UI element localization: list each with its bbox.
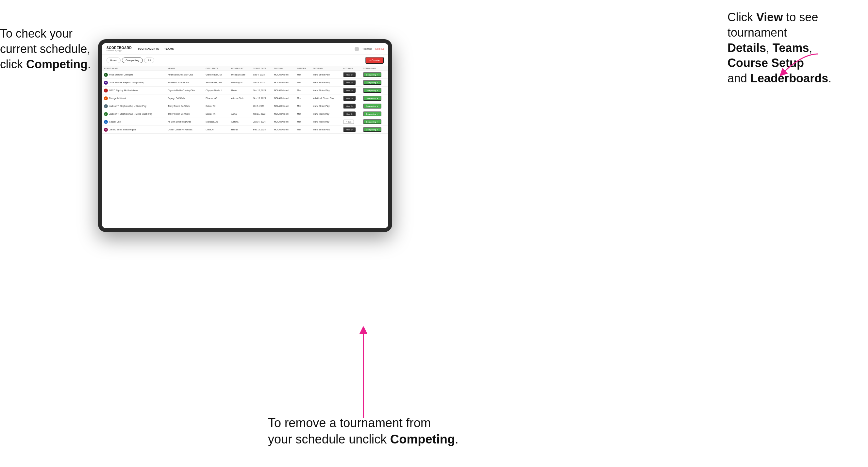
edit-button[interactable]: ✏ Edit	[343, 120, 354, 124]
city-cell: Phoenix, AZ	[204, 94, 229, 102]
date-cell: Sep 15, 2023	[251, 87, 272, 94]
date-cell: Sep 9, 2023	[251, 79, 272, 87]
team-logo: I	[104, 89, 108, 92]
competing-button[interactable]: Competing ✓	[363, 72, 381, 77]
division-cell: NCAA Division I	[272, 102, 295, 110]
event-name-cell: J Jackson T. Stephens Cup – Stroke Play	[102, 102, 166, 110]
table-row: S Folds of Honor Collegiate American Dun…	[102, 71, 388, 79]
competing-cell: Competing ✓	[361, 79, 388, 87]
view-button[interactable]: View ⊙	[343, 96, 355, 101]
col-actions: ACTIONS	[341, 66, 361, 71]
event-name-cell: A Copper Cup	[102, 118, 166, 126]
left-bold: Competing	[26, 58, 88, 71]
table-row: H John A. Burns Intercollegiate Ocean Co…	[102, 126, 388, 134]
col-division: DIVISION	[272, 66, 295, 71]
event-name-text: Jackson T. Stephens Cup – Men's Match Pl…	[109, 113, 152, 115]
table-row: W 2023 Sahalee Players Championship Saha…	[102, 79, 388, 87]
signout-link[interactable]: Sign out	[375, 48, 384, 50]
col-hosted-by: HOSTED BY	[229, 66, 251, 71]
hosted-cell	[229, 102, 251, 110]
date-cell: Feb 15, 2024	[251, 126, 272, 134]
competing-button[interactable]: Competing ✓	[363, 96, 381, 101]
view-button[interactable]: View ⊙	[343, 112, 355, 116]
team-logo: P	[104, 96, 108, 100]
city-cell: Maricopa, AZ	[204, 118, 229, 126]
tab-competing[interactable]: Competing	[122, 58, 143, 63]
view-button[interactable]: View ⊙	[343, 103, 355, 108]
event-name-text: Folds of Honor Collegiate	[109, 73, 133, 76]
user-icon	[354, 47, 359, 51]
competing-button[interactable]: Competing ✓	[363, 119, 381, 124]
division-cell: NCAA Division I	[272, 94, 295, 102]
table-container: EVENT NAME VENUE CITY, STATE HOSTED BY S…	[102, 66, 388, 228]
actions-cell: ✏ Edit	[341, 118, 361, 126]
table-body: S Folds of Honor Collegiate American Dun…	[102, 71, 388, 134]
event-name-text: 2023 Sahalee Players Championship	[109, 82, 144, 84]
team-logo: W	[104, 81, 108, 85]
competing-cell: Competing ✓	[361, 87, 388, 94]
competing-button[interactable]: Competing ✓	[363, 80, 381, 85]
division-cell: NCAA Division I	[272, 87, 295, 94]
tab-home[interactable]: Home	[106, 58, 121, 63]
scoreboard-brand: SCOREBOARD Powered by clippi	[106, 46, 132, 52]
filter-bar: Home Competing All + Create	[102, 55, 388, 66]
event-name-cell: S Folds of Honor Collegiate	[102, 71, 166, 79]
city-cell: Lihue, HI	[204, 126, 229, 134]
left-period: .	[88, 58, 91, 71]
event-name-cell: W 2023 Sahalee Players Championship	[102, 79, 166, 87]
event-name-cell: J Jackson T. Stephens Cup – Men's Match …	[102, 110, 166, 118]
arrow-bottom-up	[359, 326, 368, 421]
view-button[interactable]: View ⊙	[343, 72, 355, 77]
competing-cell: Competing ✓	[361, 94, 388, 102]
scoring-cell: team, Match Play	[311, 118, 341, 126]
date-cell: Sep 4, 2023	[251, 71, 272, 79]
tab-all[interactable]: All	[144, 58, 154, 63]
competing-button[interactable]: Competing ✓	[363, 112, 381, 116]
create-button[interactable]: + Create	[365, 57, 384, 64]
competing-button[interactable]: Competing ✓	[363, 127, 381, 132]
hosted-cell: Washington	[229, 79, 251, 87]
team-logo: J	[104, 104, 108, 108]
nav-tournaments[interactable]: TOURNAMENTS	[137, 48, 159, 50]
date-cell: Oct 9, 2023	[251, 102, 272, 110]
gender-cell: Men	[295, 118, 311, 126]
table-row: P Papago Individual Papago Golf ClubPhoe…	[102, 94, 388, 102]
hosted-cell: Arizona State	[229, 94, 251, 102]
date-cell: Oct 11, 2023	[251, 110, 272, 118]
app-header: SCOREBOARD Powered by clippi TOURNAMENTS…	[102, 43, 388, 55]
table-row: J Jackson T. Stephens Cup – Stroke Play …	[102, 102, 388, 110]
col-gender: GENDER	[295, 66, 311, 71]
col-event-name: EVENT NAME	[102, 66, 166, 71]
tournaments-table: EVENT NAME VENUE CITY, STATE HOSTED BY S…	[102, 66, 388, 134]
user-name: Test User	[363, 48, 372, 50]
scoreboard-title: SCOREBOARD	[106, 46, 132, 50]
competing-button[interactable]: Competing ✓	[363, 103, 381, 108]
col-venue: VENUE	[166, 66, 204, 71]
scoreboard-sub: Powered by clippi	[106, 50, 132, 52]
event-name-cell: P Papago Individual	[102, 94, 166, 102]
col-scoring: SCORING	[311, 66, 341, 71]
view-button[interactable]: View ⊙	[343, 88, 355, 93]
view-button[interactable]: View ⊙	[343, 80, 355, 85]
gender-cell: Men	[295, 94, 311, 102]
venue-cell: Trinity Forest Golf Club	[166, 110, 204, 118]
bottom-bold: Competing	[390, 432, 455, 446]
gender-cell: Men	[295, 71, 311, 79]
gender-cell: Men	[295, 110, 311, 118]
division-cell: NCAA Division I	[272, 126, 295, 134]
nav-teams[interactable]: TEAMS	[164, 48, 174, 50]
team-logo: J	[104, 112, 108, 116]
actions-cell: View ⊙	[341, 87, 361, 94]
hosted-cell: Illinois	[229, 87, 251, 94]
gender-cell: Men	[295, 126, 311, 134]
city-cell: Dallas, TX	[204, 110, 229, 118]
scoring-cell: team, Stroke Play	[311, 87, 341, 94]
division-cell: NCAA Division I	[272, 118, 295, 126]
competing-button[interactable]: Competing ✓	[363, 88, 381, 93]
hosted-cell: Arizona	[229, 118, 251, 126]
view-button[interactable]: View ⊙	[343, 127, 355, 132]
competing-cell: Competing ✓	[361, 118, 388, 126]
venue-cell: Trinity Forest Golf Club	[166, 102, 204, 110]
team-logo: H	[104, 128, 108, 132]
event-name-text: John A. Burns Intercollegiate	[109, 128, 136, 131]
